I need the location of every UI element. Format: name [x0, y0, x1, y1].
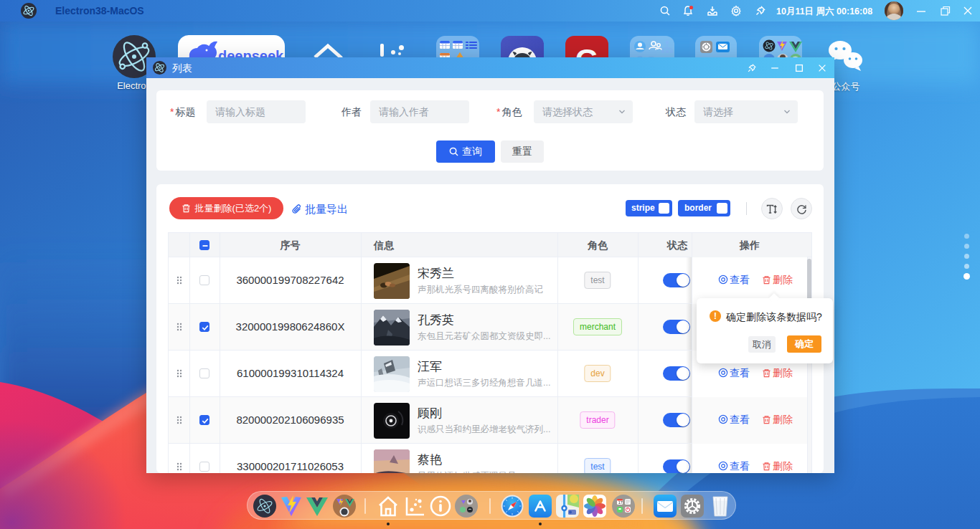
svg-text:17: 17 — [618, 500, 623, 505]
